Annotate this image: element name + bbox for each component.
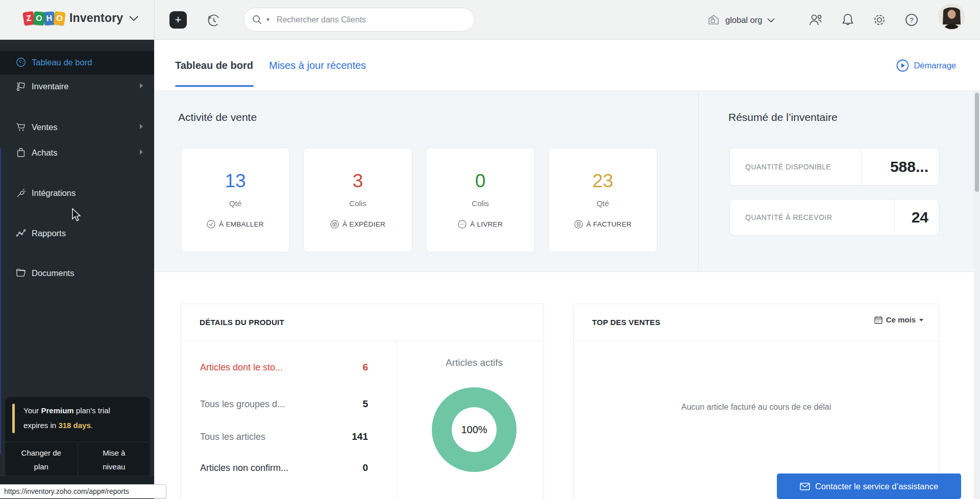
sidebar-item-dashboard[interactable]: Tableau de bord — [0, 51, 154, 74]
check-circle-icon — [207, 220, 215, 229]
sidebar-item-integrations[interactable]: Intégrations — [0, 182, 154, 204]
folder-icon — [15, 267, 27, 279]
play-circle-icon — [896, 59, 909, 72]
trial-text-part: expires in — [23, 421, 58, 430]
integrations-icon — [15, 187, 27, 198]
invite-users-button[interactable] — [805, 0, 826, 40]
to-invoice-value: 23 — [549, 170, 657, 192]
calendar-icon — [874, 316, 883, 324]
activity-card-to-ship[interactable]: 3 Colis À EXPÉDIER — [303, 147, 412, 253]
chevron-down-icon — [919, 319, 923, 321]
all-item-groups-link[interactable]: Tous les groupes d... — [200, 397, 285, 411]
sidebar-item-label: Rapports — [32, 222, 66, 244]
global-search-bar[interactable]: ▼ — [243, 8, 475, 32]
sidebar-item-reports[interactable]: Rapports — [0, 222, 154, 244]
bag-icon — [15, 147, 27, 158]
activity-card-to-invoice[interactable]: 23 Qté À FACTURER — [548, 147, 657, 253]
active-items-donut-chart[interactable]: 100% — [432, 387, 517, 472]
topbar-divider — [154, 0, 155, 40]
to-deliver-unit: Colis — [426, 199, 534, 208]
quick-create-button[interactable]: + — [169, 11, 187, 29]
notifications-button[interactable] — [838, 0, 858, 40]
low-stock-items-link[interactable]: Articles dont le sto... — [200, 361, 283, 374]
sales-activity-title: Activité de vente — [178, 111, 257, 123]
contact-support-button[interactable]: Contacter le service d’assistance — [777, 473, 961, 499]
inventory-icon — [15, 81, 27, 92]
invoice-circle-icon — [574, 220, 583, 229]
scrollbar-thumb[interactable] — [975, 93, 979, 192]
status-bar-url: https://inventory.zoho.com/app#/reports — [0, 484, 166, 498]
help-icon: ? — [904, 13, 919, 27]
time-range-dropdown[interactable]: Ce mois — [874, 315, 923, 324]
logo-letter: O — [53, 11, 65, 25]
recent-history-button[interactable] — [205, 11, 223, 30]
product-details-card: DÉTAILS DU PRODUIT Articles dont le sto.… — [181, 304, 544, 499]
sidebar-item-documents[interactable]: Documents — [0, 262, 154, 284]
zoho-inventory-logo[interactable]: Z O H O Inventory — [23, 11, 138, 25]
cart-icon — [15, 121, 27, 133]
gear-icon — [872, 13, 887, 27]
getting-started-link[interactable]: Démarrage — [896, 40, 956, 91]
card-divider — [181, 341, 544, 341]
chevron-right-icon — [140, 83, 143, 88]
sidebar-item-label: Ventes — [32, 116, 57, 138]
inventory-summary-title: Résumé de l’inventaire — [728, 111, 838, 123]
help-button[interactable]: ? — [901, 0, 922, 40]
to-invoice-label: À FACTURER — [586, 220, 632, 228]
to-ship-label: À EXPÉDIER — [342, 220, 385, 228]
chevron-down-icon — [767, 18, 775, 22]
zoho-logo-tiles: Z O H O — [23, 12, 64, 25]
trial-banner: Your Premium plan's trialexpires in 318 … — [5, 397, 150, 477]
product-details-title: DÉTAILS DU PRODUIT — [200, 318, 284, 327]
search-scope-dropdown-icon[interactable]: ▼ — [265, 17, 271, 22]
user-avatar[interactable] — [939, 4, 964, 29]
sidebar-item-label: Tableau de bord — [32, 51, 92, 73]
search-input[interactable] — [277, 15, 445, 24]
quantity-to-receive-row[interactable]: QUANTITÉ À RECEVOIR 24 — [729, 199, 939, 236]
search-icon — [252, 15, 262, 24]
org-icon — [707, 13, 720, 27]
all-items-link[interactable]: Tous les articles — [200, 430, 265, 443]
change-plan-button[interactable]: Changer de plan — [5, 442, 78, 477]
trial-days-remaining: 318 days — [58, 421, 90, 430]
scrollbar-track[interactable] — [974, 91, 980, 499]
activity-card-to-deliver[interactable]: 0 Colis À LIVRER — [426, 147, 535, 253]
sidebar: Tableau de bord Inventaire Ventes Achats… — [0, 40, 154, 499]
quantity-in-hand-label: QUANTITÉ DISPONIBLE — [730, 163, 831, 171]
to-pack-value: 13 — [181, 170, 289, 192]
time-range-label: Ce mois — [886, 315, 916, 324]
all-item-groups-value: 5 — [362, 397, 368, 411]
to-ship-value: 3 — [304, 170, 412, 192]
tab-recent-updates[interactable]: Mises à jour récentes — [269, 40, 366, 91]
app-name: Inventory — [69, 11, 123, 25]
top-selling-items-card: TOP DES VENTES Ce mois Aucun article fac… — [573, 304, 939, 499]
contact-support-label: Contacter le service d’assistance — [815, 482, 938, 491]
getting-started-label: Démarrage — [914, 61, 956, 70]
chevron-down-icon[interactable] — [129, 16, 138, 21]
chevron-right-icon — [140, 149, 143, 155]
dashboard-tabs-bar: Tableau de bord Mises à jour récentes Dé… — [154, 40, 980, 91]
sidebar-item-label: Documents — [32, 262, 74, 284]
sidebar-item-purchases[interactable]: Achats — [0, 141, 154, 164]
trial-accent-bar — [12, 404, 15, 433]
settings-button[interactable] — [869, 0, 890, 40]
org-selector[interactable]: global org — [707, 0, 775, 40]
upgrade-button[interactable]: Mise à niveau — [78, 442, 151, 477]
quantity-to-receive-label: QUANTITÉ À RECEVOIR — [730, 213, 832, 221]
sidebar-item-inventory[interactable]: Inventaire — [0, 75, 154, 97]
trial-text-part: Your — [23, 406, 41, 415]
tab-dashboard[interactable]: Tableau de bord — [175, 40, 253, 91]
unconfirmed-items-link[interactable]: Articles non confirm... — [200, 461, 288, 475]
active-items-chart-title: Articles actifs — [423, 357, 525, 368]
sidebar-item-sales[interactable]: Ventes — [0, 116, 154, 138]
bell-icon — [841, 13, 854, 27]
envelope-icon — [800, 483, 810, 490]
low-stock-items-value: 6 — [362, 361, 368, 374]
active-tab-underline — [175, 85, 254, 87]
top-selling-title: TOP DES VENTES — [592, 318, 660, 327]
to-ship-unit: Colis — [304, 199, 412, 208]
dashboard-icon — [15, 57, 27, 68]
quantity-in-hand-row[interactable]: QUANTITÉ DISPONIBLE 588... — [729, 147, 939, 186]
trial-text-part: plan's trial — [74, 406, 110, 415]
activity-card-to-pack[interactable]: 13 Qté À EMBALLER — [181, 147, 290, 253]
